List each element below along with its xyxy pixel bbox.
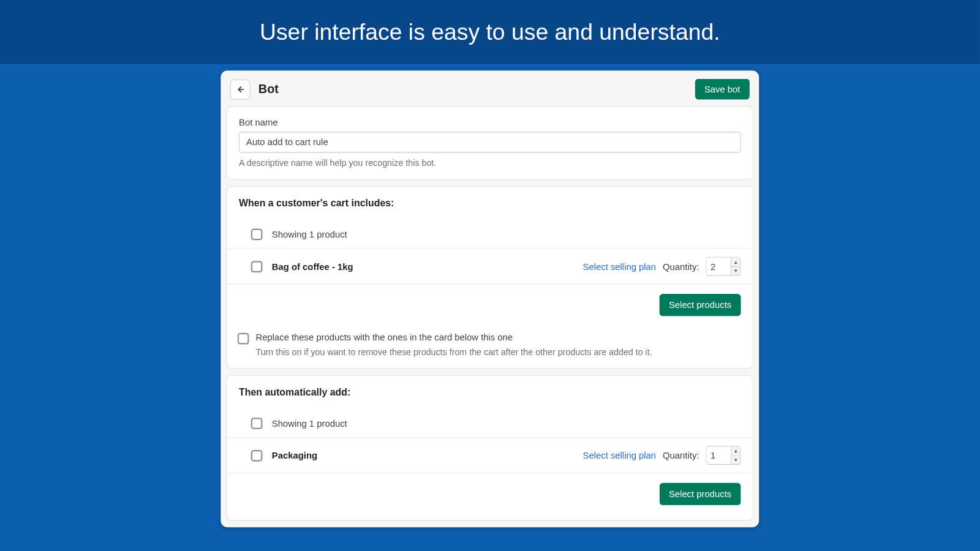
condition-quantity-stepper[interactable]: ▲ ▼	[706, 257, 741, 276]
bot-name-helper: A descriptive name will help you recogni…	[239, 158, 741, 168]
condition-product-list: Showing 1 product Bag of coffee - 1kg Se…	[227, 220, 753, 284]
condition-select-selling-plan-link[interactable]: Select selling plan	[583, 261, 657, 271]
stepper-up-icon[interactable]: ▲	[731, 258, 740, 267]
action-select-selling-plan-link[interactable]: Select selling plan	[583, 451, 657, 460]
stepper-up-icon[interactable]: ▲	[731, 446, 740, 455]
condition-quantity-input[interactable]	[707, 258, 731, 276]
bot-name-label: Bot name	[239, 118, 741, 127]
action-product-row: Packaging Select selling plan Quantity: …	[227, 438, 753, 473]
replace-products-label: Replace these products with the ones in …	[255, 332, 513, 342]
action-quantity-label: Quantity:	[663, 451, 699, 460]
condition-product-name: Bag of coffee - 1kg	[272, 261, 353, 271]
stepper-down-icon[interactable]: ▼	[731, 267, 740, 276]
back-button[interactable]	[230, 79, 251, 99]
action-product-list: Showing 1 product Packaging Select selli…	[227, 410, 753, 473]
action-product-name: Packaging	[272, 451, 317, 460]
condition-showing-text: Showing 1 product	[272, 230, 347, 239]
action-quantity-input[interactable]	[707, 446, 731, 464]
replace-products-helper: Turn this on if you want to remove these…	[255, 347, 741, 357]
stepper-down-icon[interactable]: ▼	[731, 455, 740, 464]
action-header-row: Showing 1 product	[227, 410, 753, 438]
action-card: Then automatically add: Showing 1 produc…	[226, 375, 753, 520]
replace-products-checkbox[interactable]	[238, 333, 249, 345]
condition-select-products-button[interactable]: Select products	[660, 294, 741, 316]
condition-header-row: Showing 1 product	[227, 220, 753, 249]
condition-quantity-label: Quantity:	[663, 261, 699, 271]
action-showing-text: Showing 1 product	[272, 418, 347, 428]
action-select-products-button[interactable]: Select products	[660, 483, 741, 505]
save-bot-button[interactable]: Save bot	[695, 79, 750, 100]
action-select-all-checkbox[interactable]	[251, 418, 263, 429]
condition-product-row: Bag of coffee - 1kg Select selling plan …	[227, 249, 753, 284]
hero-title: User interface is easy to use and unders…	[260, 19, 720, 45]
condition-product-checkbox[interactable]	[251, 261, 263, 272]
action-quantity-stepper[interactable]: ▲ ▼	[706, 446, 741, 465]
action-title: Then automatically add:	[239, 387, 741, 398]
condition-select-all-checkbox[interactable]	[251, 229, 263, 241]
bot-name-input[interactable]	[239, 132, 741, 152]
condition-title: When a customer's cart includes:	[239, 198, 741, 209]
arrow-left-icon	[236, 84, 245, 94]
hero-banner: User interface is easy to use and unders…	[0, 0, 980, 64]
panel-header: Bot Save bot	[221, 70, 759, 106]
bot-editor-panel: Bot Save bot Bot name A descriptive name…	[221, 70, 759, 527]
bot-name-card: Bot name A descriptive name will help yo…	[226, 107, 753, 180]
action-product-checkbox[interactable]	[251, 449, 263, 461]
condition-card: When a customer's cart includes: Showing…	[226, 186, 753, 369]
page-title: Bot	[258, 82, 279, 96]
